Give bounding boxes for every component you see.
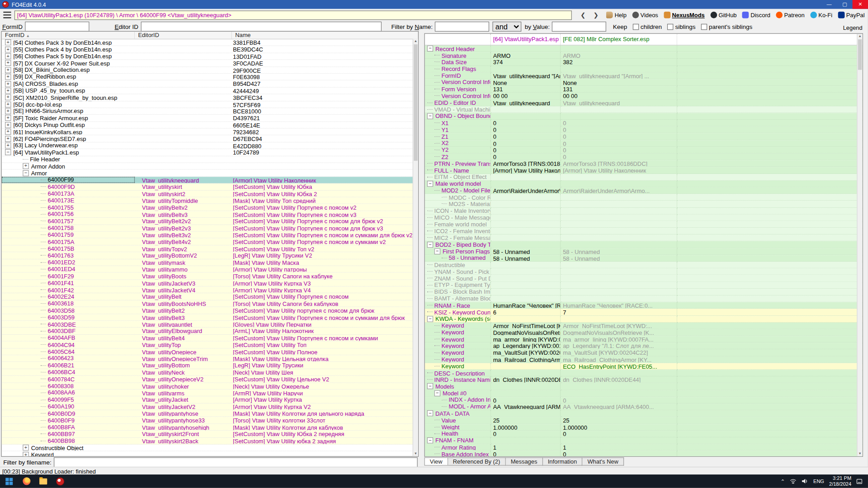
maximize-button[interactable]: ▢ xyxy=(837,0,852,9)
record-row[interactable]: −BOD2 - Biped Body Template xyxy=(425,241,863,248)
record-row[interactable]: KeywordArmor_NoFirstTimeLoot [KYWD:...Ar… xyxy=(425,323,863,329)
panel-splitter[interactable] xyxy=(419,31,424,457)
record-row[interactable]: MO2S - Material Swap xyxy=(425,201,863,207)
tree-row[interactable]: +[59] DX_RedRibbon.espF0E63098 xyxy=(2,74,418,80)
expander-expand-icon[interactable]: + xyxy=(5,39,11,45)
expander-collapse-icon[interactable]: − xyxy=(427,241,433,247)
tree-row[interactable]: 64001ED2Vtaw_utilitymask[Mask] Vtaw Util… xyxy=(2,259,418,266)
expander-expand-icon[interactable]: + xyxy=(5,142,11,148)
minimize-button[interactable]: — xyxy=(821,0,837,9)
tree-row[interactable]: +Armor Addon xyxy=(2,163,418,170)
legend-link[interactable]: Legend xyxy=(843,24,863,31)
record-row[interactable]: MODC - Color Remappin... xyxy=(425,194,863,201)
hamburger-menu-icon[interactable] xyxy=(3,12,11,19)
toolbar-link-paypal[interactable]: PayPal xyxy=(838,12,864,19)
record-row[interactable]: YNAM - Sound - Pick Up xyxy=(425,268,863,275)
record-row[interactable]: PTRN - Preview TransformArmorTorso3 [TRN… xyxy=(425,160,863,167)
tree-row[interactable]: +[63] Lacy Underwear.espE42DD880 xyxy=(2,142,418,149)
tree-row[interactable]: 6400A190Vtaw_utilityJacketV2[Armor] Vtaw… xyxy=(2,404,418,410)
record-path-bar[interactable]: [64] VtawUtilityPack1.esp (10F24789) \ A… xyxy=(14,10,572,20)
filter-operator-select[interactable]: and xyxy=(493,22,522,32)
expander-expand-icon[interactable]: + xyxy=(23,451,28,457)
expander-expand-icon[interactable]: + xyxy=(5,115,11,121)
toolbar-link-videos[interactable]: Videos xyxy=(632,12,658,19)
expander-collapse-icon[interactable]: − xyxy=(427,383,433,389)
file-explorer-taskbar-icon[interactable] xyxy=(39,477,48,486)
record-row[interactable]: X100 xyxy=(425,120,863,127)
expander-collapse-icon[interactable]: − xyxy=(427,181,433,187)
tree-row[interactable]: 6400173AVtaw_utilityskirt2[SetCustom] Vt… xyxy=(2,191,418,197)
tree-row[interactable]: 64004C94Vtaw_utilityTop[SetCustom] Vtaw … xyxy=(2,342,418,348)
tree-row[interactable]: +[58] DX_Bikini_Collection.esp29F900CE xyxy=(2,67,418,74)
tree-row[interactable]: 64006BC4Vtaw_utilityNeck[Neck] Vtaw Util… xyxy=(2,369,418,376)
tree-row[interactable]: 64001759Vtaw_utilityBelt3v2[SetCustom] V… xyxy=(2,232,418,239)
record-row[interactable]: EDID - Editor IDVtaw_utilitykneeguardVta… xyxy=(425,99,863,106)
toolbar-link-ko-fi[interactable]: Ko-Fi xyxy=(810,12,832,19)
record-row[interactable]: Version Control Info 1NoneNone xyxy=(425,79,863,86)
tree-row[interactable]: 64003618Vtaw_utilityBootsNoHHS[Torso] Vt… xyxy=(2,300,418,307)
expander-expand-icon[interactable]: + xyxy=(5,53,11,59)
record-row[interactable]: MODL - Armor AddonAA_Vtawkneeguard [ARMA… xyxy=(425,404,863,410)
language-indicator[interactable]: ENG xyxy=(813,479,824,484)
tab-what-s-new[interactable]: What's New xyxy=(582,457,624,465)
tree-row[interactable]: 6400784CVtaw_utilityOnepieceV2[SetCustom… xyxy=(2,376,418,383)
record-row[interactable]: SignatureARMOARMO xyxy=(425,52,863,59)
tree-row[interactable]: 64001758Vtaw_utilityBelt2v3[SetCustom] V… xyxy=(2,225,418,232)
record-row[interactable]: FULL - Name[Armor] Vtaw Utility Наколенн… xyxy=(425,167,863,174)
wifi-icon[interactable] xyxy=(790,479,797,484)
expander-collapse-icon[interactable]: − xyxy=(434,390,440,396)
tab-view[interactable]: View xyxy=(425,457,448,465)
record-row[interactable]: Value2525 xyxy=(425,417,863,424)
tree-row[interactable]: 64004AFBVtaw_utilityBelt4[SetCustom] Vta… xyxy=(2,335,418,342)
filter-value-input[interactable] xyxy=(552,22,606,32)
record-row[interactable]: −FNAM - FNAM xyxy=(425,437,863,444)
plugin1-column-header[interactable]: [64] VtawUtilityPack1.esp xyxy=(491,34,561,45)
tree-row[interactable]: 64000F9DVtaw_utilityskirt[SetCustom] Vta… xyxy=(2,183,418,190)
expander-expand-icon[interactable]: + xyxy=(23,163,28,169)
tree-row[interactable]: 64001756Vtaw_utilityBeltv3[SetCustom] Vt… xyxy=(2,211,418,218)
expander-collapse-icon[interactable]: − xyxy=(427,410,433,416)
expander-expand-icon[interactable]: + xyxy=(5,74,11,80)
record-row[interactable]: BAMT - Alternate Block Mate... xyxy=(425,296,863,302)
record-row[interactable]: Base Addon Index00 xyxy=(425,451,863,457)
formid-input[interactable] xyxy=(25,22,89,32)
record-row[interactable]: Keywordap_Legendary [KYWD:001E32C8]ap_Le… xyxy=(425,343,863,349)
record-vertical-scrollbar[interactable]: ▲ ▼ xyxy=(857,34,862,456)
expander-expand-icon[interactable]: + xyxy=(5,47,11,52)
tree-row[interactable]: 6400B0D9Vtaw_utilitypantyhose[Mask] Vtaw… xyxy=(2,410,418,417)
keep-children-checkbox[interactable] xyxy=(633,23,639,29)
tree-row[interactable]: 64001ED4Vtaw_utilityammo[Armor] Vtaw Uti… xyxy=(2,266,418,273)
notification-icon[interactable] xyxy=(856,478,862,484)
record-row[interactable]: RNAM - RaceHumanRace "Человек" [RACE:0..… xyxy=(425,302,863,309)
tree-vertical-scrollbar[interactable]: ▲ ▼ xyxy=(413,39,418,456)
record-row[interactable]: Version Control Info 200 0000 00 xyxy=(425,93,863,99)
record-row[interactable]: −Models xyxy=(425,383,863,390)
record-row[interactable]: MOD2 - Model FileNameArmor\RaiderUnderAr… xyxy=(425,188,863,194)
tree-row[interactable]: −Armor xyxy=(2,170,418,177)
keep-siblings-checkbox[interactable] xyxy=(667,23,673,29)
record-row[interactable]: MICO - Male Message Icon xyxy=(425,214,863,221)
filter-name-input[interactable] xyxy=(435,22,489,32)
scroll-up-icon[interactable]: ▲ xyxy=(858,34,863,39)
fo4edit-taskbar-icon[interactable] xyxy=(56,477,65,486)
record-row[interactable]: Data Size374382 xyxy=(425,59,863,66)
browser-taskbar-icon[interactable] xyxy=(22,477,31,486)
record-row[interactable]: X200 xyxy=(425,140,863,147)
tree-row[interactable]: File Header xyxy=(2,156,418,163)
record-row[interactable]: −DATA - DATA xyxy=(425,410,863,417)
toolbar-link-help[interactable]: Help xyxy=(606,12,627,19)
record-row[interactable]: Z200 xyxy=(425,154,863,160)
tree-row[interactable]: +Keyword xyxy=(2,451,418,457)
scroll-down-icon[interactable]: ▼ xyxy=(858,451,863,456)
tree-row[interactable]: 6400175BVtaw_utilityTopv2[SetCustom] Vta… xyxy=(2,245,418,252)
tree-row[interactable]: 64006423Vtaw_utilityOnepieceTrim[Mask] V… xyxy=(2,355,418,362)
record-row[interactable]: Form Version131131 xyxy=(425,86,863,93)
expander-collapse-icon[interactable]: − xyxy=(427,113,433,119)
tree-row[interactable]: +[5A] CROSS_Blades.espB954D427 xyxy=(2,80,418,87)
record-row[interactable]: Weight1.0000001.000000 xyxy=(425,424,863,431)
tree-row[interactable]: 64008308Vtaw_utilitychoker[Neck] Vtaw Ut… xyxy=(2,383,418,389)
record-row[interactable]: Keywordma_Railroad_ClothingArmor [KY...m… xyxy=(425,356,863,363)
record-row[interactable]: −First Person Flags (sorted)58 - Unnamed… xyxy=(425,248,863,255)
tree-row[interactable]: 64005C64Vtaw_utilityOnepiece[SetCustom] … xyxy=(2,348,418,355)
record-row[interactable]: −Male world model xyxy=(425,181,863,188)
